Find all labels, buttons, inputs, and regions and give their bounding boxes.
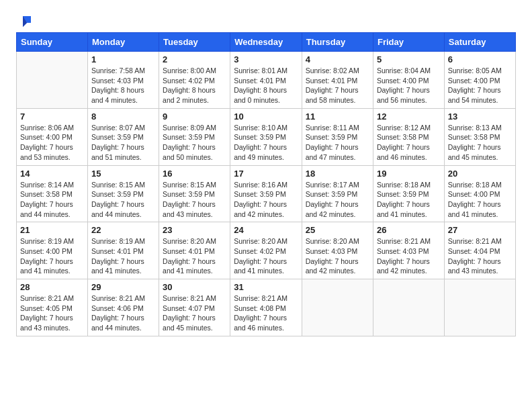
- calendar-cell: 30Sunrise: 8:21 AMSunset: 4:07 PMDayligh…: [159, 279, 230, 336]
- day-number: 5: [377, 54, 441, 64]
- day-number: 28: [20, 282, 84, 292]
- calendar-cell: 23Sunrise: 8:20 AMSunset: 4:01 PMDayligh…: [159, 222, 230, 279]
- day-number: 18: [306, 169, 369, 179]
- day-info: Sunrise: 8:07 AMSunset: 3:59 PMDaylight:…: [91, 123, 155, 163]
- col-header-monday: Monday: [88, 33, 159, 52]
- day-number: 22: [91, 225, 155, 235]
- day-info: Sunrise: 8:20 AMSunset: 4:01 PMDaylight:…: [163, 236, 226, 276]
- calendar-week-row: 14Sunrise: 8:14 AMSunset: 3:58 PMDayligh…: [17, 165, 516, 222]
- day-number: 3: [234, 54, 298, 64]
- day-info: Sunrise: 8:15 AMSunset: 3:59 PMDaylight:…: [163, 180, 226, 220]
- calendar-cell: 9Sunrise: 8:09 AMSunset: 3:59 PMDaylight…: [159, 108, 230, 165]
- calendar-cell: 2Sunrise: 8:00 AMSunset: 4:02 PMDaylight…: [159, 52, 230, 109]
- day-info: Sunrise: 8:11 AMSunset: 3:59 PMDaylight:…: [306, 123, 369, 163]
- day-info: Sunrise: 8:14 AMSunset: 3:58 PMDaylight:…: [20, 180, 84, 220]
- day-number: 31: [234, 282, 298, 292]
- calendar-cell: [373, 279, 444, 336]
- calendar-cell: 12Sunrise: 8:12 AMSunset: 3:58 PMDayligh…: [373, 108, 444, 165]
- col-header-wednesday: Wednesday: [230, 33, 302, 52]
- col-header-sunday: Sunday: [17, 33, 88, 52]
- col-header-thursday: Thursday: [302, 33, 373, 52]
- day-number: 14: [20, 169, 84, 179]
- calendar-week-row: 7Sunrise: 8:06 AMSunset: 4:00 PMDaylight…: [17, 108, 516, 165]
- day-info: Sunrise: 8:21 AMSunset: 4:04 PMDaylight:…: [448, 236, 512, 276]
- logo: [16, 13, 32, 26]
- calendar-cell: 6Sunrise: 8:05 AMSunset: 4:00 PMDaylight…: [444, 52, 515, 109]
- day-info: Sunrise: 8:20 AMSunset: 4:03 PMDaylight:…: [306, 236, 369, 276]
- calendar-week-row: 1Sunrise: 7:58 AMSunset: 4:03 PMDaylight…: [17, 52, 516, 109]
- day-info: Sunrise: 8:17 AMSunset: 3:59 PMDaylight:…: [306, 180, 369, 220]
- calendar-cell: [17, 52, 88, 109]
- day-number: 1: [91, 54, 155, 64]
- day-info: Sunrise: 8:21 AMSunset: 4:03 PMDaylight:…: [377, 236, 441, 276]
- day-info: Sunrise: 8:19 AMSunset: 4:01 PMDaylight:…: [91, 236, 155, 276]
- day-number: 25: [306, 225, 369, 235]
- day-number: 15: [91, 169, 155, 179]
- day-number: 27: [448, 225, 512, 235]
- day-info: Sunrise: 8:01 AMSunset: 4:01 PMDaylight:…: [234, 66, 298, 105]
- day-number: 6: [448, 54, 512, 64]
- day-info: Sunrise: 8:06 AMSunset: 4:00 PMDaylight:…: [20, 123, 84, 163]
- calendar-cell: 25Sunrise: 8:20 AMSunset: 4:03 PMDayligh…: [302, 222, 373, 279]
- calendar-header-row: SundayMondayTuesdayWednesdayThursdayFrid…: [17, 33, 516, 52]
- day-number: 21: [20, 225, 84, 235]
- day-number: 12: [377, 111, 441, 122]
- calendar-cell: 4Sunrise: 8:02 AMSunset: 4:01 PMDaylight…: [302, 52, 373, 109]
- calendar-cell: 22Sunrise: 8:19 AMSunset: 4:01 PMDayligh…: [88, 222, 159, 279]
- calendar-cell: 3Sunrise: 8:01 AMSunset: 4:01 PMDaylight…: [230, 52, 302, 109]
- calendar-table: SundayMondayTuesdayWednesdayThursdayFrid…: [16, 32, 516, 336]
- day-info: Sunrise: 8:15 AMSunset: 3:59 PMDaylight:…: [91, 180, 155, 220]
- day-info: Sunrise: 7:58 AMSunset: 4:03 PMDaylight:…: [91, 66, 155, 105]
- calendar-cell: [444, 279, 515, 336]
- calendar-cell: 24Sunrise: 8:20 AMSunset: 4:02 PMDayligh…: [230, 222, 302, 279]
- day-info: Sunrise: 8:19 AMSunset: 4:00 PMDaylight:…: [20, 236, 84, 276]
- day-info: Sunrise: 8:13 AMSunset: 3:58 PMDaylight:…: [448, 123, 512, 163]
- day-info: Sunrise: 8:21 AMSunset: 4:06 PMDaylight:…: [91, 293, 155, 333]
- page-header: [16, 13, 516, 26]
- day-number: 7: [20, 111, 84, 122]
- calendar-cell: 5Sunrise: 8:04 AMSunset: 4:00 PMDaylight…: [373, 52, 444, 109]
- day-info: Sunrise: 8:05 AMSunset: 4:00 PMDaylight:…: [448, 66, 512, 105]
- day-number: 17: [234, 169, 298, 179]
- day-info: Sunrise: 8:16 AMSunset: 3:59 PMDaylight:…: [234, 180, 298, 220]
- day-number: 24: [234, 225, 298, 235]
- day-number: 10: [234, 111, 298, 122]
- day-info: Sunrise: 8:04 AMSunset: 4:00 PMDaylight:…: [377, 66, 441, 105]
- day-info: Sunrise: 8:09 AMSunset: 3:59 PMDaylight:…: [163, 123, 226, 163]
- day-info: Sunrise: 8:18 AMSunset: 3:59 PMDaylight:…: [377, 180, 441, 220]
- day-info: Sunrise: 8:10 AMSunset: 3:59 PMDaylight:…: [234, 123, 298, 163]
- day-info: Sunrise: 8:20 AMSunset: 4:02 PMDaylight:…: [234, 236, 298, 276]
- calendar-cell: 20Sunrise: 8:18 AMSunset: 4:00 PMDayligh…: [444, 165, 515, 222]
- day-number: 8: [91, 111, 155, 122]
- calendar-cell: 15Sunrise: 8:15 AMSunset: 3:59 PMDayligh…: [88, 165, 159, 222]
- day-number: 29: [91, 282, 155, 292]
- calendar-cell: [302, 279, 373, 336]
- calendar-cell: 11Sunrise: 8:11 AMSunset: 3:59 PMDayligh…: [302, 108, 373, 165]
- calendar-cell: 14Sunrise: 8:14 AMSunset: 3:58 PMDayligh…: [17, 165, 88, 222]
- day-number: 13: [448, 111, 512, 122]
- calendar-cell: 19Sunrise: 8:18 AMSunset: 3:59 PMDayligh…: [373, 165, 444, 222]
- calendar-week-row: 28Sunrise: 8:21 AMSunset: 4:05 PMDayligh…: [17, 279, 516, 336]
- col-header-saturday: Saturday: [444, 33, 515, 52]
- day-number: 23: [163, 225, 226, 235]
- calendar-cell: 1Sunrise: 7:58 AMSunset: 4:03 PMDaylight…: [88, 52, 159, 109]
- calendar-cell: 28Sunrise: 8:21 AMSunset: 4:05 PMDayligh…: [17, 279, 88, 336]
- day-info: Sunrise: 8:02 AMSunset: 4:01 PMDaylight:…: [306, 66, 369, 105]
- logo-icon: [17, 13, 32, 28]
- day-number: 16: [163, 169, 226, 179]
- day-number: 19: [377, 169, 441, 179]
- calendar-cell: 27Sunrise: 8:21 AMSunset: 4:04 PMDayligh…: [444, 222, 515, 279]
- calendar-cell: 31Sunrise: 8:21 AMSunset: 4:08 PMDayligh…: [230, 279, 302, 336]
- logo-text: [16, 13, 32, 26]
- calendar-cell: 7Sunrise: 8:06 AMSunset: 4:00 PMDaylight…: [17, 108, 88, 165]
- calendar-cell: 13Sunrise: 8:13 AMSunset: 3:58 PMDayligh…: [444, 108, 515, 165]
- calendar-week-row: 21Sunrise: 8:19 AMSunset: 4:00 PMDayligh…: [17, 222, 516, 279]
- calendar-cell: 18Sunrise: 8:17 AMSunset: 3:59 PMDayligh…: [302, 165, 373, 222]
- day-info: Sunrise: 8:00 AMSunset: 4:02 PMDaylight:…: [163, 66, 226, 105]
- day-number: 20: [448, 169, 512, 179]
- calendar-cell: 29Sunrise: 8:21 AMSunset: 4:06 PMDayligh…: [88, 279, 159, 336]
- day-info: Sunrise: 8:21 AMSunset: 4:08 PMDaylight:…: [234, 293, 298, 333]
- day-info: Sunrise: 8:18 AMSunset: 4:00 PMDaylight:…: [448, 180, 512, 220]
- day-info: Sunrise: 8:12 AMSunset: 3:58 PMDaylight:…: [377, 123, 441, 163]
- col-header-friday: Friday: [373, 33, 444, 52]
